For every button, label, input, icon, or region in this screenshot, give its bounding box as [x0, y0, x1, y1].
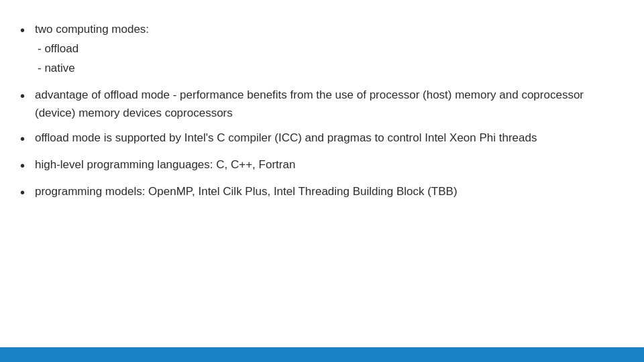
list-item: • two computing modes: - offload - nativ…	[20, 20, 624, 79]
bullet-dot: •	[20, 156, 32, 176]
bullet-text-label: advantage of offload mode - performance …	[35, 88, 584, 119]
bullet-dot: •	[20, 20, 32, 40]
list-item: • advantage of offload mode - performanc…	[20, 86, 624, 122]
sub-item: - native	[38, 59, 624, 77]
sub-list: - offload - native	[38, 40, 624, 77]
sub-item: - offload	[38, 40, 624, 58]
bottom-bar	[0, 347, 644, 362]
bullet-dot: •	[20, 182, 32, 202]
bullet-dot: •	[20, 129, 32, 149]
bullet-text: advantage of offload mode - performance …	[35, 86, 624, 122]
list-item: • programming models: OpenMP, Intel Cilk…	[20, 182, 624, 202]
bullet-text-label: programming models: OpenMP, Intel Cilk P…	[35, 185, 458, 198]
bullet-text: high-level programming languages: C, C++…	[35, 156, 624, 174]
list-item: • offload mode is supported by Intel's C…	[20, 129, 624, 149]
bullet-text: offload mode is supported by Intel's C c…	[35, 129, 624, 147]
bullet-text-label: high-level programming languages: C, C++…	[35, 158, 295, 171]
bullet-text: programming models: OpenMP, Intel Cilk P…	[35, 182, 624, 200]
bullet-dot: •	[20, 86, 32, 106]
list-item: • high-level programming languages: C, C…	[20, 156, 624, 176]
bullet-text: two computing modes: - offload - native	[35, 20, 624, 79]
bullet-text-label: offload mode is supported by Intel's C c…	[35, 131, 537, 144]
main-content: • two computing modes: - offload - nativ…	[0, 0, 644, 223]
bullet-text-label: two computing modes:	[35, 23, 149, 36]
